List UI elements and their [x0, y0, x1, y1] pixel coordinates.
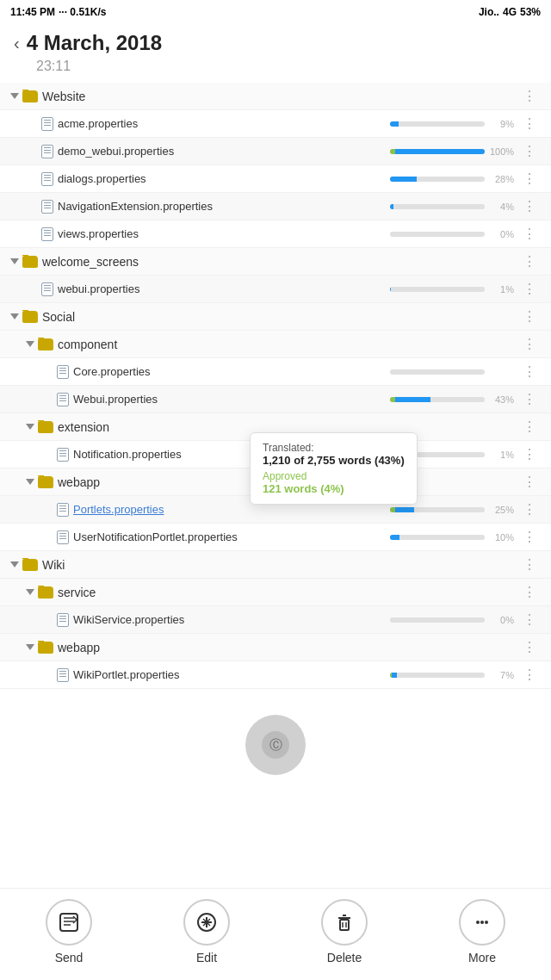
pct-label: 0% [490, 229, 514, 239]
file-progress: 7% ⋮ [390, 667, 541, 683]
file-icon [41, 200, 53, 214]
pct-label: 10% [490, 532, 514, 543]
folder-component[interactable]: component ⋮ [0, 331, 551, 357]
expand-icon [10, 258, 19, 264]
file-dialogs[interactable]: dialogs.properties 28% ⋮ [0, 165, 551, 192]
more-dots[interactable]: ⋮ [519, 667, 541, 683]
folder-name: Wiki [42, 558, 65, 572]
svg-rect-11 [340, 920, 349, 930]
progress-bar [390, 232, 485, 237]
file-name: Portlets.properties [73, 503, 164, 516]
more-label: More [468, 951, 496, 964]
pct-label: 43% [490, 394, 514, 405]
file-webui[interactable]: webui.properties 1% ⋮ [0, 276, 551, 302]
progress-bar [390, 617, 485, 623]
back-button[interactable]: ‹ [14, 34, 20, 53]
send-button[interactable]: Send [46, 899, 92, 964]
pct-label: 0% [490, 615, 514, 625]
folder-name: Website [42, 90, 85, 103]
file-views[interactable]: views.properties 0% ⋮ [0, 220, 551, 247]
more-dots[interactable]: ⋮ [519, 446, 541, 462]
more-button[interactable]: More [459, 899, 505, 964]
file-progress: ⋮ [390, 363, 541, 380]
file-name: Notification.properties [73, 448, 182, 461]
file-icon [41, 172, 53, 186]
file-navext[interactable]: NavigationExtension.properties 4% ⋮ [0, 193, 551, 220]
more-dots[interactable]: ⋮ [519, 419, 541, 435]
file-progress: 100% ⋮ [390, 143, 541, 159]
share-button[interactable]: Ⓒ [245, 715, 306, 775]
more-dots[interactable]: ⋮ [519, 115, 541, 132]
folder-name: welcome_screens [42, 255, 139, 269]
file-name: UserNotificationPortlet.properties [73, 530, 238, 543]
expand-icon [26, 479, 34, 485]
send-label: Send [55, 951, 84, 964]
folder-social[interactable]: Social ⋮ [0, 303, 551, 330]
progress-bar [390, 177, 485, 182]
progress-bar [390, 369, 485, 375]
more-dots[interactable]: ⋮ [519, 556, 541, 573]
more-dots[interactable]: ⋮ [519, 281, 541, 297]
folder-icon [38, 421, 53, 433]
more-dots[interactable]: ⋮ [519, 253, 541, 270]
file-wikiservice[interactable]: WikiService.properties 0% ⋮ [0, 606, 551, 633]
pct-label: 1% [490, 284, 514, 295]
status-bar: 11:45 PM ··· 0.51K/s Jio.. 4G 53% [0, 0, 551, 24]
file-tree: Website ⋮ acme.properties 9% ⋮ demo_webu… [0, 83, 551, 689]
folder-icon [38, 476, 53, 488]
more-dots[interactable]: ⋮ [519, 308, 541, 325]
more-dots[interactable]: ⋮ [519, 226, 541, 242]
folder-welcome[interactable]: welcome_screens ⋮ [0, 248, 551, 275]
file-progress: 1% ⋮ [390, 281, 541, 297]
file-icon [57, 530, 69, 544]
status-carrier: Jio.. [479, 6, 499, 18]
file-core[interactable]: Core.properties ⋮ [0, 358, 551, 385]
expand-icon [26, 424, 34, 430]
folder-wiki[interactable]: Wiki ⋮ [0, 551, 551, 578]
more-icon [471, 911, 493, 933]
status-right: Jio.. 4G 53% [479, 6, 541, 18]
translation-tooltip: Translated: 1,210 of 2,755 words (43%) A… [250, 432, 418, 505]
more-dots[interactable]: ⋮ [519, 363, 541, 380]
edit-icon-circle [183, 899, 230, 946]
more-dots[interactable]: ⋮ [519, 198, 541, 214]
file-acme[interactable]: acme.properties 9% ⋮ [0, 110, 551, 137]
file-name: Webui.properties [73, 393, 158, 406]
folder-website[interactable]: Website ⋮ [0, 83, 551, 109]
file-demo-webui[interactable]: demo_webui.properties 100% ⋮ [0, 138, 551, 164]
file-icon [41, 117, 53, 131]
more-dots[interactable]: ⋮ [519, 584, 541, 600]
more-dots[interactable]: ⋮ [519, 474, 541, 490]
delete-button[interactable]: Delete [321, 899, 368, 964]
more-dots[interactable]: ⋮ [519, 336, 541, 352]
edit-button[interactable]: Edit [183, 899, 230, 964]
progress-bar [390, 204, 485, 209]
file-icon [57, 668, 69, 682]
file-progress: 0% ⋮ [390, 611, 541, 628]
svg-point-17 [480, 921, 484, 924]
more-dots[interactable]: ⋮ [519, 171, 541, 187]
file-wikiportlet[interactable]: WikiPortlet.properties 7% ⋮ [0, 661, 551, 688]
more-dots[interactable]: ⋮ [519, 143, 541, 159]
file-name: WikiPortlet.properties [73, 668, 180, 681]
file-icon [57, 393, 69, 406]
folder-service[interactable]: service ⋮ [0, 579, 551, 605]
expand-icon [26, 644, 34, 650]
more-dots[interactable]: ⋮ [519, 88, 541, 104]
more-dots[interactable]: ⋮ [519, 611, 541, 628]
folder-webapp-wiki[interactable]: webapp ⋮ [0, 634, 551, 661]
file-usernotification[interactable]: UserNotificationPortlet.properties 10% ⋮ [0, 524, 551, 550]
header-subtitle: 23:11 [0, 59, 551, 74]
folder-icon [38, 586, 53, 599]
file-icon [41, 145, 53, 158]
more-dots[interactable]: ⋮ [519, 501, 541, 518]
file-progress: 10% ⋮ [390, 529, 541, 545]
file-webui2[interactable]: Webui.properties 43% ⋮ [0, 386, 551, 412]
more-dots[interactable]: ⋮ [519, 529, 541, 545]
expand-icon [26, 589, 34, 595]
more-dots[interactable]: ⋮ [519, 639, 541, 655]
progress-bar [390, 673, 485, 678]
more-dots[interactable]: ⋮ [519, 391, 541, 407]
folder-name: service [58, 586, 96, 599]
folder-name: extension [58, 420, 109, 434]
